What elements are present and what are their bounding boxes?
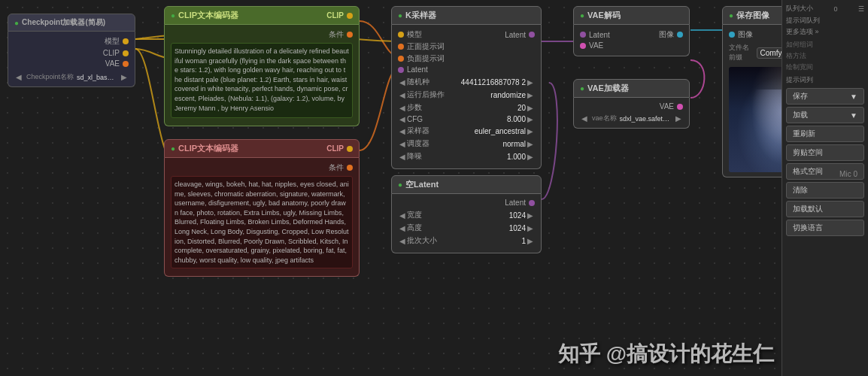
ksampler-action-label: 运行后操作 xyxy=(407,89,473,100)
checkpoint-next-btn[interactable]: ▶ xyxy=(120,73,129,81)
switch-lang-btn-label: 切换语言 xyxy=(793,223,823,233)
latent-batch-value: 1 xyxy=(473,237,526,245)
clip-neg-output-row: 条件 xyxy=(171,162,353,173)
clip-pos-output-label: 条件 xyxy=(329,29,344,40)
checkpoint-vae-label: VAE xyxy=(105,59,120,68)
vae-decode-latent-row: Latent 图像 xyxy=(580,29,683,40)
ksampler-cfg-right[interactable]: ▶ xyxy=(526,115,535,123)
mic-label: Mic 0 xyxy=(839,170,857,178)
save-filename-label: 文件名前缀 xyxy=(729,43,754,62)
refresh-btn-label: 重刷新 xyxy=(793,129,815,139)
clip-neg-input-label: CLIP xyxy=(326,144,344,153)
canvas: ● Checkpoint加载器(简易) 模型 CLIP VAE xyxy=(0,0,868,376)
ksampler-latent-in-port xyxy=(398,67,404,73)
save-title: 保存图像 xyxy=(736,10,769,21)
latent-width-value: 1024 xyxy=(473,211,526,220)
checkpoint-model-row: 模型 xyxy=(14,36,129,47)
ksampler-cfg-left[interactable]: ◀ xyxy=(398,115,407,123)
ksampler-model-row: 模型 Latent xyxy=(398,29,535,40)
ksampler-denoise-right[interactable]: ▶ xyxy=(526,153,535,161)
save-button[interactable]: 保存 ▼ xyxy=(786,88,864,105)
latent-height-row: ◀ 高度 1024 ▶ xyxy=(398,223,535,233)
latent-batch-left[interactable]: ◀ xyxy=(398,237,407,245)
clip-pos-title: CLIP文本编码器 xyxy=(178,10,238,21)
latent-width-left[interactable]: ◀ xyxy=(398,211,407,220)
ksampler-sampler-row: ◀ 采样器 euler_ancestral ▶ xyxy=(398,126,535,136)
load-btn-label: 加载 xyxy=(793,110,808,120)
vae-loader-name-row: ◀ vae名称 sdxl_vae.safetensors ▶ xyxy=(580,114,683,123)
latent-width-right[interactable]: ▶ xyxy=(526,211,535,220)
clip-pos-output-port xyxy=(347,32,353,38)
clip-pos-output-row: 条件 xyxy=(171,29,353,40)
settings-row1: 如何组词 xyxy=(786,40,864,50)
vae-loader-prev-btn[interactable]: ◀ xyxy=(580,114,589,123)
ksampler-title: K采样器 xyxy=(405,10,436,21)
latent-out-label: Latent xyxy=(505,199,526,207)
ksampler-neg-label: 负面提示词 xyxy=(407,53,445,64)
checkpoint-prev-btn[interactable]: ◀ xyxy=(14,73,23,81)
ksampler-action-left[interactable]: ◀ xyxy=(398,91,407,99)
latent-batch-right[interactable]: ▶ xyxy=(526,237,535,245)
latent-height-right[interactable]: ▶ xyxy=(526,224,535,232)
clip-negative-node: ● CLIP文本编码器 CLIP 条件 cleavage, wings, bok… xyxy=(164,139,360,277)
ksampler-scheduler-row: ◀ 调度器 normal ▶ xyxy=(398,138,535,149)
ksampler-seed-left[interactable]: ◀ xyxy=(398,78,407,86)
clear-btn-label: 清除 xyxy=(793,185,808,196)
checkpoint-title: Checkpoint加载器(简易) xyxy=(22,17,105,28)
ksampler-sampler-right[interactable]: ▶ xyxy=(526,127,535,135)
extra-label: 提示词列 xyxy=(786,75,864,85)
checkpoint-node: ● Checkpoint加载器(简易) 模型 CLIP VAE xyxy=(8,14,135,87)
refresh-button[interactable]: 重刷新 xyxy=(786,126,864,142)
clip-neg-title: CLIP文本编码器 xyxy=(178,143,238,154)
ksampler-model-label: 模型 xyxy=(407,29,422,40)
ksampler-sched-right[interactable]: ▶ xyxy=(526,140,535,148)
right-panel-header: 队列大小 0 ☰ xyxy=(786,4,864,14)
vae-loader-body: VAE ◀ vae名称 sdxl_vae.safetensors ▶ xyxy=(573,98,690,129)
ksampler-latent-out-port xyxy=(529,32,535,38)
clip-negative-text[interactable]: cleavage, wings, bokeh, hat, hat, nipple… xyxy=(171,176,353,268)
ksampler-denoise-left[interactable]: ◀ xyxy=(398,153,407,161)
ksampler-steps-left[interactable]: ◀ xyxy=(398,104,407,112)
clip-positive-text[interactable]: Stunningly detailed illustration of a de… xyxy=(171,43,353,118)
vae-loader-header: ● VAE加载器 xyxy=(573,79,690,98)
switch-lang-button[interactable]: 切换语言 xyxy=(786,220,864,236)
clip-positive-body: 条件 Stunningly detailed illustration of a… xyxy=(164,25,360,126)
latent-batch-label: 批次大小 xyxy=(407,235,473,246)
latent-height-left[interactable]: ◀ xyxy=(398,224,407,232)
vae-decode-header: ● VAE解码 xyxy=(573,6,690,25)
latent-width-label: 宽度 xyxy=(407,210,473,220)
ksampler-header: ● K采样器 xyxy=(391,6,542,25)
ksampler-sampler-left[interactable]: ◀ xyxy=(398,127,407,135)
ksampler-body: 模型 Latent 正面提示词 负面提示词 Latent xyxy=(391,25,542,169)
more-options-label[interactable]: 更多选项 » xyxy=(786,27,864,37)
vae-decode-vae-label: VAE xyxy=(589,41,603,50)
save-arrow-icon: ▼ xyxy=(850,92,857,101)
load-default-button[interactable]: 加载默认 xyxy=(786,201,864,217)
checkpoint-vae-row: VAE xyxy=(14,59,129,68)
vae-loader-output-row: VAE xyxy=(580,102,683,111)
clear-button[interactable]: 清除 xyxy=(786,182,864,199)
checkpoint-clip-port xyxy=(123,50,129,56)
checkpoint-body: 模型 CLIP VAE ◀ Checkpoint名称 xyxy=(8,32,135,87)
ksampler-latent-label: Latent xyxy=(407,65,428,74)
ksampler-denoise-row: ◀ 降噪 1.000 ▶ xyxy=(398,151,535,162)
load-button[interactable]: 加载 ▼ xyxy=(786,107,864,123)
ksampler-enabled-dot: ● xyxy=(398,11,402,20)
ksampler-action-right[interactable]: ▶ xyxy=(526,91,535,99)
vae-decode-body: Latent 图像 VAE xyxy=(573,25,690,56)
vae-loader-node: ● VAE加载器 VAE ◀ vae名称 sdxl_vae.safetensor… xyxy=(573,79,690,129)
checkpoint-name-row: ◀ Checkpoint名称 sd_xl_base_1.0.safetensor… xyxy=(14,72,129,82)
vae-loader-next-btn[interactable]: ▶ xyxy=(674,114,683,123)
vae-decode-latent-label: Latent xyxy=(589,31,610,39)
ksampler-seed-right[interactable]: ▶ xyxy=(526,78,535,86)
latent-batch-row: ◀ 批次大小 1 ▶ xyxy=(398,235,535,246)
save-btn-label: 保存 xyxy=(793,91,808,102)
right-panel: 队列大小 0 ☰ 提示词队列 更多选项 » 如何组词 格方法 绘制宽间 提示词列… xyxy=(782,0,868,376)
ksampler-steps-right[interactable]: ▶ xyxy=(526,104,535,112)
latent-header: ● 空Latent xyxy=(391,175,542,194)
ksampler-steps-label: 步数 xyxy=(407,102,473,113)
ksampler-sched-left[interactable]: ◀ xyxy=(398,140,407,148)
clipboard-button[interactable]: 剪贴空间 xyxy=(786,144,864,161)
ksampler-sampler-value: euler_ancestral xyxy=(473,127,526,135)
ksampler-model-in-port xyxy=(398,32,404,38)
